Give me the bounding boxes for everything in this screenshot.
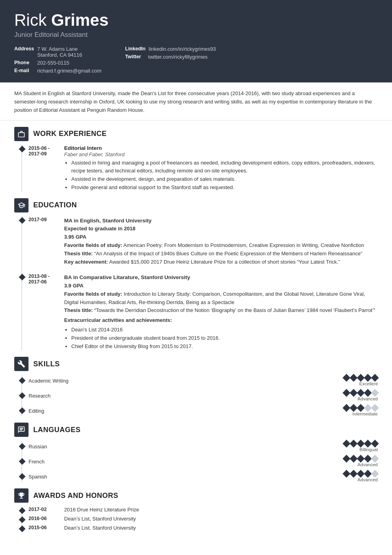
work-title-1: Editorial Intern [64, 145, 378, 151]
work-bullet-1-2: Assisted in the development, design, and… [71, 175, 378, 184]
contact-col-left: Address 7 W. Adams Lane Stanford, CA 941… [14, 46, 101, 74]
skills-svg-icon [17, 360, 25, 368]
education-section: EDUCATION 2017-09 MA in English, Stanfor… [0, 198, 392, 351]
lang-level-1: Billingual [360, 447, 378, 452]
edu-thesis-2: Thesis title: “Towards the Derridian Dec… [64, 306, 378, 315]
lang-diamonds-2 [344, 456, 378, 461]
edu-bullet-1 [19, 217, 26, 224]
edu-bullet-2 [19, 274, 26, 281]
lang-name-3: Spanish [29, 474, 326, 480]
d1 [343, 404, 350, 412]
edu-content-1: MA in English, Stanford University Expec… [64, 216, 364, 266]
graduation-icon [17, 201, 25, 209]
edu-extra-3: Chief Editor of the University Blog from… [71, 343, 378, 351]
languages-title: LANGUAGES [33, 426, 81, 434]
skill-row-1: Academic Writing Excellent [29, 375, 378, 386]
address-row: Address 7 W. Adams Lane Stanford, CA 941… [14, 46, 101, 58]
lang-level-3: Advanced [358, 477, 378, 482]
edu-extracurricular-2: Extracurricular activities and achieveme… [64, 316, 378, 350]
work-bullet-list-1: Assisted in hiring and managing a pool o… [71, 159, 378, 192]
education-icon [14, 198, 29, 212]
contact-col-right: LinkedIn linkedin.com/in/rickygrimes93 T… [125, 46, 216, 74]
lang-diamonds-1 [344, 441, 378, 446]
address-value: 7 W. Adams Lane Stanford, CA 94116 [37, 46, 82, 58]
linkedin-row: LinkedIn linkedin.com/in/rickygrimes93 [125, 46, 216, 52]
award-bullet-1 [19, 507, 26, 514]
twitter-label: Twitter [125, 54, 145, 59]
skill-diamonds-1 [344, 375, 378, 381]
address-label: Address [14, 46, 34, 52]
linkedin-label: LinkedIn [125, 46, 145, 52]
languages-icon [14, 423, 29, 437]
twitter-value: twitter.com/rickyfillygrimes [148, 54, 207, 60]
edu-fields-2: Favorite fields of study: Introduction t… [64, 290, 378, 307]
edu-extracurricular-list-2: Dean's List 2014-2016 President of the u… [71, 326, 378, 350]
lang-name-1: Russian [29, 444, 326, 450]
twitter-row: Twitter twitter.com/rickyfillygrimes [125, 54, 216, 60]
work-experience-timeline: 2015-06 - 2017-09 Editorial Intern Faber… [21, 145, 378, 192]
bullet-1 [19, 145, 26, 152]
edu-thesis-1: Thesis title: “An Analysis of the Impact… [64, 250, 364, 258]
edu-fields-label-1: Favorite fields of study: [64, 242, 122, 248]
awards-icon [14, 488, 29, 503]
d4 [364, 374, 372, 382]
edu-expected-1: Expected to graduate in 2018 [64, 225, 364, 233]
award-date-1: 2017-02 [29, 507, 64, 513]
edu-entry-1: 2017-09 MA in English, Stanford Universi… [29, 216, 378, 266]
lang-bullet-1 [19, 443, 26, 450]
awards-title: AWARDS AND HONORS [33, 492, 118, 500]
work-bullet-1-1: Assisted in hiring and managing a pool o… [71, 159, 378, 176]
edu-extracurricular-label-2: Extracurricular activities and achieveme… [64, 317, 172, 323]
lang-row-3: Spanish Advanced [29, 471, 378, 482]
awards-header: AWARDS AND HONORS [14, 488, 378, 503]
linkedin-value: linkedin.com/in/rickygrimes93 [148, 46, 216, 52]
edu-extra-1: Dean's List 2014-2016 [71, 326, 378, 334]
work-bullet-1-3: Provide general and editorial support to… [71, 184, 378, 192]
skill-level-2: Advanced [358, 396, 378, 401]
edu-entry-2: 2013-08 - 2017-06 BA in Comparative Lita… [29, 273, 378, 350]
skill-name-2: Research [29, 393, 326, 399]
edu-date-2: 2013-08 - 2017-06 [29, 273, 64, 350]
lang-diamonds-3 [344, 471, 378, 477]
d1 [343, 389, 350, 397]
award-row-3: 2015-06 Dean’s List, Stanford University [29, 525, 378, 531]
award-svg-icon [17, 492, 25, 500]
skill-bullet-2 [19, 392, 26, 399]
skill-name-3: Editing [29, 408, 326, 414]
skill-bullet-3 [19, 408, 26, 414]
phone-row: Phone 202-555-0115 [14, 60, 101, 66]
email-row: E-mail richard.f.grimes@gmail.com [14, 68, 101, 74]
phone-value: 202-555-0115 [37, 60, 69, 66]
work-content-1: Editorial Intern Faber and Faber, Stanfo… [64, 145, 378, 192]
work-bullets-1: Assisted in hiring and managing a pool o… [64, 159, 378, 192]
skill-name-1: Academic Writing [29, 378, 326, 384]
phone-label: Phone [14, 60, 34, 65]
edu-gpa-2: 3.9 GPA [64, 282, 378, 290]
email-label: E-mail [14, 68, 34, 73]
skill-bullet-1 [19, 377, 26, 384]
summary: MA Student in English at Stanford Univer… [0, 82, 392, 120]
skill-row-3: Editing Intermediate [29, 405, 378, 416]
first-name: Rick [14, 11, 51, 29]
education-title: EDUCATION [33, 201, 77, 209]
edu-degree-1: MA in English, Stanford University [64, 216, 364, 225]
lang-rating-1: Billingual [326, 441, 378, 452]
d5 [371, 374, 379, 382]
education-timeline: 2017-09 MA in English, Stanford Universi… [21, 216, 378, 351]
work-experience-section: WORK EXPERIENCE 2015-06 - 2017-09 Editor… [0, 127, 392, 192]
award-bullet-2 [19, 517, 26, 523]
languages-section: LANGUAGES Russian Billingual French [0, 423, 392, 482]
skills-icon [14, 357, 29, 371]
d1 [343, 374, 350, 382]
edu-achievement-label-1: Key achievement: [64, 259, 108, 265]
lang-level-2: Advanced [358, 462, 378, 467]
d3 [357, 404, 365, 412]
d2 [350, 389, 358, 397]
skill-level-3: Intermediate [352, 411, 378, 416]
skill-row-2: Research Advanced [29, 390, 378, 401]
lang-name-2: French [29, 459, 326, 465]
awards-list: 2017-02 2016 Drue Heinz Literature Prize… [21, 507, 378, 531]
award-date-3: 2015-06 [29, 525, 64, 531]
languages-header: LANGUAGES [14, 423, 378, 437]
award-desc-2: Dean’s List, Stanford University [64, 516, 136, 522]
